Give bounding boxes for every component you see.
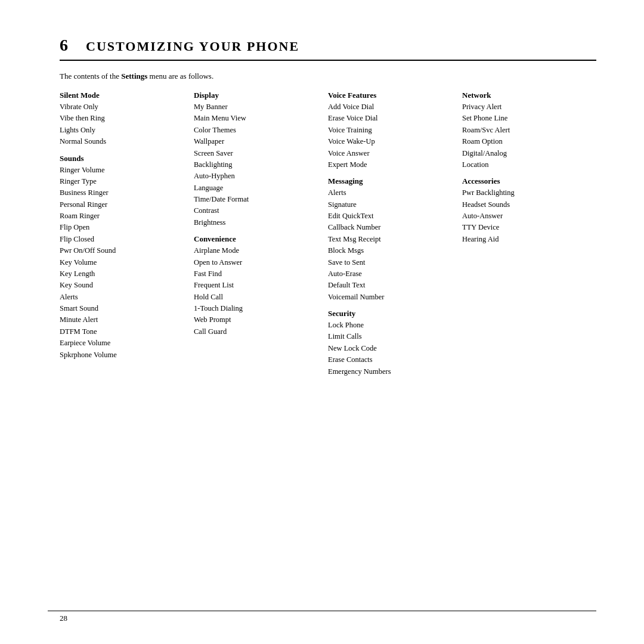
section-header-accessories: Accessories — [462, 177, 590, 186]
list-item: Pwr On/Off Sound — [60, 245, 188, 256]
content-columns: Silent Mode Vibrate Only Vibe then Ring … — [60, 91, 596, 377]
list-item: Hearing Aid — [462, 234, 590, 245]
list-item: Auto-Erase — [328, 268, 456, 280]
list-item: Auto-Hyphen — [194, 171, 322, 182]
list-item: Flip Closed — [60, 234, 188, 245]
list-item: Frequent List — [194, 280, 322, 291]
column-2: Display My Banner Main Menu View Color T… — [194, 91, 328, 338]
list-item: Vibe then Ring — [60, 113, 188, 124]
list-item: Contrast — [194, 205, 322, 216]
list-item: New Lock Code — [328, 343, 456, 354]
list-item: Pwr Backlighting — [462, 187, 590, 199]
list-item: Digital/Analog — [462, 148, 590, 159]
list-item: Voicemail Number — [328, 292, 456, 303]
list-item: Default Text — [328, 280, 456, 291]
section-header-messaging: Messaging — [328, 177, 456, 186]
list-item: Spkrphone Volume — [60, 349, 188, 361]
list-item: Emergency Numbers — [328, 366, 456, 377]
list-item: Location — [462, 159, 590, 171]
list-item: Screen Saver — [194, 148, 322, 159]
section-header-silent-mode: Silent Mode — [60, 91, 188, 100]
list-item: Key Volume — [60, 257, 188, 268]
list-item: Flip Open — [60, 222, 188, 233]
list-item: Text Msg Receipt — [328, 234, 456, 245]
column-3: Voice Features Add Voice Dial Erase Voic… — [328, 91, 462, 377]
list-item: Key Length — [60, 268, 188, 280]
list-item: Smart Sound — [60, 303, 188, 314]
intro-after: menu are as follows. — [147, 72, 213, 80]
footer-rule — [48, 611, 596, 611]
intro-text: The contents of the Settings menu are as… — [60, 72, 596, 81]
list-item: Key Sound — [60, 280, 188, 291]
list-item: Alerts — [328, 187, 456, 199]
list-item: Voice Answer — [328, 148, 456, 159]
list-item: Brightness — [194, 217, 322, 228]
column-4: Network Privacy Alert Set Phone Line Roa… — [462, 91, 596, 245]
list-item: Lock Phone — [328, 320, 456, 331]
list-item: Signature — [328, 199, 456, 210]
list-item: Voice Training — [328, 125, 456, 136]
list-item: Fast Find — [194, 268, 322, 280]
list-item: TTY Device — [462, 222, 590, 233]
page-number: 28 — [60, 614, 67, 623]
list-item: Limit Calls — [328, 331, 456, 342]
chapter-title: Customizing Your Phone — [86, 39, 299, 54]
section-header-convenience: Convenience — [194, 234, 322, 244]
section-header-display: Display — [194, 91, 322, 100]
list-item: Roam/Svc Alert — [462, 125, 590, 136]
list-item: Color Themes — [194, 125, 322, 136]
list-item: Ringer Volume — [60, 165, 188, 176]
list-item: Airplane Mode — [194, 245, 322, 256]
list-item: Ringer Type — [60, 176, 188, 187]
list-item: Voice Wake-Up — [328, 136, 456, 147]
list-item: Alerts — [60, 292, 188, 303]
list-item: DTFM Tone — [60, 326, 188, 338]
list-item: Main Menu View — [194, 113, 322, 124]
list-item: Time/Date Format — [194, 194, 322, 205]
list-item: Vibrate Only — [60, 101, 188, 113]
list-item: Backlighting — [194, 159, 322, 171]
section-header-network: Network — [462, 91, 590, 100]
list-item: Web Prompt — [194, 314, 322, 326]
chapter-number: 6 — [60, 36, 68, 55]
list-item: Add Voice Dial — [328, 101, 456, 113]
column-1: Silent Mode Vibrate Only Vibe then Ring … — [60, 91, 194, 361]
section-header-security: Security — [328, 309, 456, 318]
list-item: Business Ringer — [60, 187, 188, 199]
list-item: Roam Option — [462, 136, 590, 147]
list-item: Language — [194, 182, 322, 194]
list-item: Headset Sounds — [462, 199, 590, 210]
page: 6 Customizing Your Phone The contents of… — [0, 0, 644, 644]
list-item: My Banner — [194, 101, 322, 113]
list-item: Roam Ringer — [60, 210, 188, 222]
list-item: Expert Mode — [328, 159, 456, 171]
list-item: Auto-Answer — [462, 210, 590, 222]
list-item: Privacy Alert — [462, 101, 590, 113]
list-item: 1-Touch Dialing — [194, 303, 322, 314]
list-item: Hold Call — [194, 292, 322, 303]
list-item: Earpiece Volume — [60, 338, 188, 349]
list-item: Normal Sounds — [60, 136, 188, 147]
list-item: Erase Voice Dial — [328, 113, 456, 124]
list-item: Call Guard — [194, 326, 322, 338]
list-item: Personal Ringer — [60, 199, 188, 210]
list-item: Lights Only — [60, 125, 188, 136]
list-item: Open to Answer — [194, 257, 322, 268]
list-item: Edit QuickText — [328, 210, 456, 222]
list-item: Save to Sent — [328, 257, 456, 268]
header-rule — [60, 60, 596, 61]
list-item: Erase Contacts — [328, 354, 456, 366]
section-header-voice-features: Voice Features — [328, 91, 456, 100]
intro-before: The contents of the — [60, 72, 121, 80]
chapter-header: 6 Customizing Your Phone — [60, 36, 596, 55]
list-item: Set Phone Line — [462, 113, 590, 124]
list-item: Block Msgs — [328, 245, 456, 256]
section-header-sounds: Sounds — [60, 154, 188, 163]
list-item: Callback Number — [328, 222, 456, 233]
list-item: Minute Alert — [60, 314, 188, 326]
intro-bold: Settings — [121, 72, 147, 80]
list-item: Wallpaper — [194, 136, 322, 147]
